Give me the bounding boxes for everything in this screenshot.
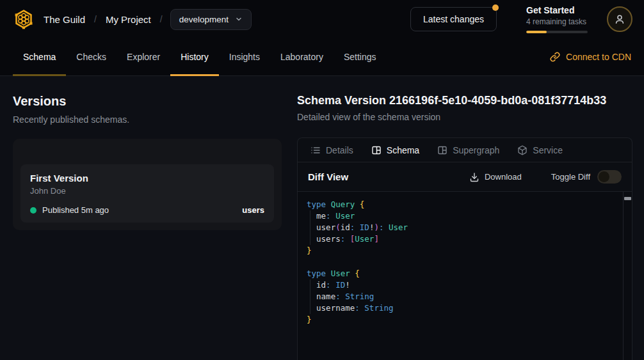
- list-icon: [310, 145, 321, 155]
- hive-logo-icon[interactable]: [13, 8, 35, 30]
- nav-tab-history[interactable]: History: [170, 38, 219, 75]
- columns-icon: [371, 145, 382, 155]
- cube-icon: [517, 145, 527, 155]
- versions-column: Versions Recently published schemas. Fir…: [0, 76, 297, 360]
- code-line: }: [307, 314, 619, 325]
- user-icon: [614, 13, 625, 25]
- main-nav: SchemaChecksExplorerHistoryInsightsLabor…: [0, 38, 644, 76]
- latest-changes-label: Latest changes: [423, 14, 484, 24]
- top-bar: The Guild / My Project / development Lat…: [0, 0, 644, 76]
- detail-tab-label: Service: [533, 145, 563, 155]
- nav-tab-settings[interactable]: Settings: [334, 38, 387, 75]
- detail-tab-supergraph[interactable]: Supergraph: [437, 145, 499, 155]
- get-started-title: Get Started: [526, 5, 588, 15]
- get-started-subtitle: 4 remaining tasks: [526, 17, 588, 26]
- latest-changes-button[interactable]: Latest changes: [410, 7, 497, 31]
- breadcrumb-separator: /: [94, 14, 97, 24]
- download-button[interactable]: Download: [469, 172, 522, 182]
- schema-version-title: Schema Version 2166196f-5e10-4059-bd0a-0…: [297, 94, 632, 107]
- version-name: First Version: [30, 173, 264, 184]
- code-line: name: String: [307, 291, 619, 302]
- get-started-progressbar: [526, 31, 588, 33]
- diff-toolbar: Diff View Download Toggle Diff: [298, 162, 632, 192]
- nav-tab-explorer[interactable]: Explorer: [117, 38, 170, 75]
- download-label: Download: [485, 172, 522, 182]
- nav-tab-laboratory[interactable]: Laboratory: [270, 38, 334, 75]
- versions-subtitle: Recently published schemas.: [13, 114, 282, 125]
- detail-tab-label: Schema: [387, 145, 419, 155]
- breadcrumb-project[interactable]: My Project: [106, 14, 151, 25]
- code-line: user(id: ID!): User: [307, 222, 619, 233]
- version-detail-column: Schema Version 2166196f-5e10-4059-bd0a-0…: [297, 76, 644, 360]
- breadcrumb-separator: /: [160, 14, 163, 24]
- diff-toggle-knob: [599, 171, 609, 182]
- versions-card: First Version John Doe Published 5m ago …: [13, 139, 282, 230]
- code-line: type User {: [307, 268, 619, 279]
- diff-toggle-switch[interactable]: [597, 170, 622, 184]
- code-scrollbar-thumb[interactable]: [624, 197, 631, 200]
- version-author: John Doe: [30, 186, 264, 196]
- service-badge: users: [242, 205, 264, 215]
- link-icon: [550, 52, 560, 62]
- code-line: username: String: [307, 302, 619, 314]
- code-line: type Query {: [307, 199, 619, 210]
- detail-tab-schema[interactable]: Schema: [371, 145, 419, 155]
- code-line: [307, 256, 619, 268]
- toggle-diff-group: Toggle Diff: [551, 170, 622, 184]
- code-body: type Query { me: User user(id: ID!): Use…: [307, 199, 619, 325]
- code-line: }: [307, 245, 619, 256]
- nav-tab-checks[interactable]: Checks: [66, 38, 117, 75]
- schema-code-viewer: type Query { me: User user(id: ID!): Use…: [298, 192, 632, 360]
- breadcrumb-org[interactable]: The Guild: [44, 14, 85, 25]
- published-status-icon: [30, 207, 36, 214]
- diff-view-title: Diff View: [308, 171, 348, 182]
- breadcrumb: The Guild / My Project /: [44, 14, 163, 25]
- get-started-widget[interactable]: Get Started 4 remaining tasks: [526, 5, 588, 33]
- get-started-progress-fill: [526, 31, 547, 33]
- version-list-item[interactable]: First Version John Doe Published 5m ago …: [20, 164, 274, 223]
- target-selector[interactable]: development: [170, 9, 252, 30]
- detail-tab-service[interactable]: Service: [517, 145, 563, 155]
- code-line: id: ID!: [307, 279, 619, 291]
- detail-tabs: DetailsSchemaSupergraphService: [298, 138, 632, 162]
- code-line: me: User: [307, 210, 619, 222]
- code-scrollbar: [623, 192, 632, 360]
- download-icon: [469, 172, 479, 182]
- target-selector-value: development: [179, 15, 229, 24]
- chevron-down-icon: [235, 15, 243, 23]
- schema-version-subtitle: Detailed view of the schema version: [297, 112, 632, 122]
- version-meta-row: Published 5m ago users: [30, 205, 264, 215]
- schema-version-panel: DetailsSchemaSupergraphService Diff View…: [297, 137, 632, 360]
- nav-tab-insights[interactable]: Insights: [219, 38, 270, 75]
- nav-tab-schema[interactable]: Schema: [13, 38, 66, 75]
- connect-to-cdn-label: Connect to CDN: [566, 52, 631, 62]
- connect-to-cdn-button[interactable]: Connect to CDN: [550, 38, 631, 75]
- detail-tab-label: Details: [326, 145, 353, 155]
- app-header: The Guild / My Project / development Lat…: [0, 0, 644, 38]
- version-status: Published 5m ago: [42, 205, 109, 215]
- toggle-diff-label: Toggle Diff: [551, 172, 590, 182]
- detail-tab-details[interactable]: Details: [310, 145, 353, 155]
- notification-dot: [492, 4, 499, 11]
- detail-tab-label: Supergraph: [453, 145, 499, 155]
- versions-title: Versions: [13, 94, 282, 109]
- user-avatar-button[interactable]: [607, 6, 632, 32]
- code-line: users: [User]: [307, 233, 619, 245]
- columns-icon: [437, 145, 447, 155]
- nav-tabs: SchemaChecksExplorerHistoryInsightsLabor…: [13, 38, 387, 75]
- main-content: Versions Recently published schemas. Fir…: [0, 76, 644, 360]
